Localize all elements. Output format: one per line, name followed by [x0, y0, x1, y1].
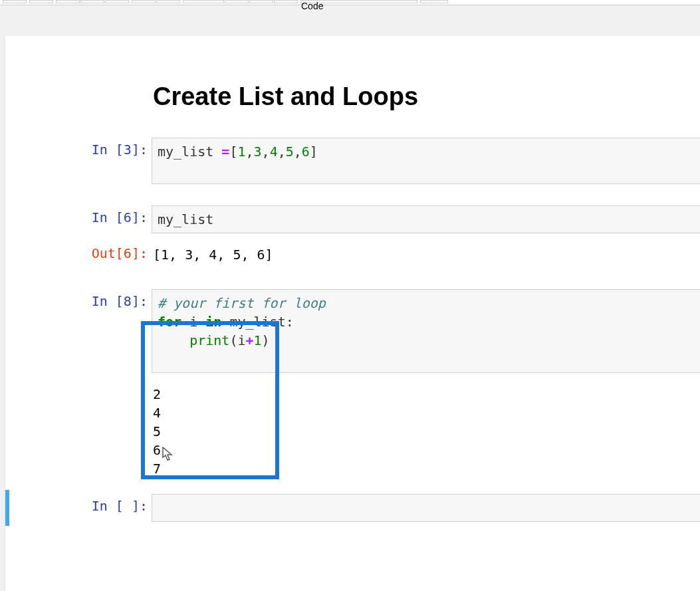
copy-button[interactable]	[80, 0, 104, 3]
add-cell-button[interactable]	[29, 0, 53, 3]
toolbar: Code	[0, 0, 700, 5]
paste-button[interactable]	[105, 0, 129, 3]
out-prompt-empty	[5, 381, 152, 482]
notebook: Create List and Loops In [3]: my_list =[…	[5, 36, 700, 591]
in-prompt: In [ ]:	[9, 494, 152, 522]
heading: Create List and Loops	[153, 82, 700, 111]
code-input[interactable]: # your first for loop for i in my_list: …	[152, 289, 700, 373]
code-cell[interactable]: In [3]: my_list =[1,3,4,5,6]	[5, 134, 700, 188]
restart-button[interactable]	[249, 0, 273, 3]
in-prompt: In [3]:	[5, 138, 152, 184]
output-row: Out[6]: [1, 3, 4, 5, 6]	[5, 237, 700, 272]
cut-button[interactable]	[56, 0, 80, 3]
move-up-button[interactable]	[132, 0, 156, 3]
command-palette-button[interactable]	[420, 0, 448, 3]
code-cell[interactable]: In [6]: my_list	[5, 201, 700, 237]
code-input[interactable]: my_list	[152, 205, 700, 233]
code-input[interactable]	[152, 494, 700, 522]
cell-output: [1, 3, 4, 5, 6]	[152, 241, 700, 268]
code-cell[interactable]: In [8]: # your first for loop for i in m…	[5, 285, 700, 377]
cell-output: 2 4 5 6 7	[152, 381, 700, 482]
in-prompt: In [8]:	[5, 289, 152, 373]
output-row: 2 4 5 6 7	[5, 377, 700, 486]
markdown-cell[interactable]: Create List and Loops	[5, 82, 700, 111]
run-button[interactable]	[183, 0, 224, 3]
out-prompt: Out[6]:	[5, 241, 152, 268]
notebook-area: Create List and Loops In [3]: my_list =[…	[0, 5, 700, 591]
code-input[interactable]: my_list =[1,3,4,5,6]	[152, 138, 700, 184]
cell-type-select[interactable]: Code	[300, 0, 417, 3]
interrupt-button[interactable]	[225, 0, 249, 3]
move-down-button[interactable]	[156, 0, 180, 3]
save-button[interactable]	[3, 0, 27, 3]
restart-run-button[interactable]	[274, 0, 298, 3]
code-cell-selected[interactable]: In [ ]:	[5, 490, 700, 526]
in-prompt: In [6]:	[5, 205, 152, 233]
